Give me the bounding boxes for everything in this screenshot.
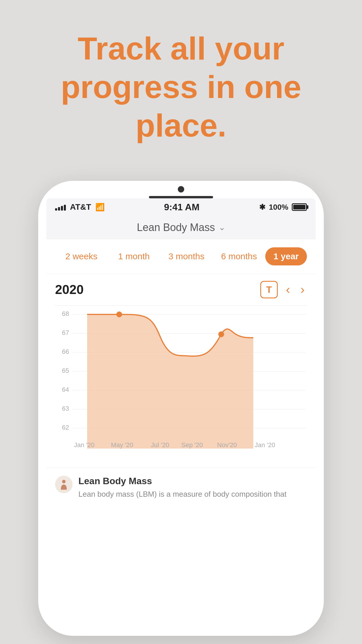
- tab-6months[interactable]: 6 months: [213, 249, 265, 264]
- app-header[interactable]: Lean Body Mass ⌄: [46, 216, 316, 239]
- chart-controls: T ‹ ›: [260, 281, 307, 298]
- app-header-title-row: Lean Body Mass ⌄: [137, 221, 225, 234]
- battery-pct-label: 100%: [269, 203, 289, 212]
- svg-text:Sep '20: Sep '20: [181, 441, 203, 449]
- status-time: 9:41 AM: [164, 202, 200, 213]
- signal-bar-2: [58, 207, 60, 211]
- signal-bars-icon: [55, 204, 66, 211]
- svg-text:64: 64: [62, 386, 69, 393]
- signal-bar-1: [55, 208, 57, 211]
- chart-point-1: [116, 312, 122, 317]
- lbm-info-desc: Lean body mass (LBM) is a measure of bod…: [78, 489, 307, 499]
- phone-notch: [38, 181, 324, 198]
- chart-prev-button[interactable]: ‹: [284, 283, 292, 297]
- svg-point-20: [62, 480, 66, 483]
- tab-2weeks[interactable]: 2 weeks: [55, 249, 108, 264]
- svg-text:62: 62: [62, 424, 69, 431]
- chart-fill: [87, 314, 253, 449]
- chart-container: 68 67 66 65 64 63 62: [46, 302, 316, 467]
- battery-fill: [293, 205, 305, 209]
- svg-text:May '20: May '20: [111, 441, 133, 449]
- bluetooth-icon: ✱: [259, 203, 266, 212]
- status-bar: AT&T 📶 9:41 AM ✱ 100%: [46, 198, 316, 216]
- signal-bar-3: [61, 206, 63, 211]
- signal-bar-4: [64, 205, 66, 211]
- status-left: AT&T 📶: [55, 202, 105, 212]
- home-bar: [149, 196, 213, 198]
- tab-3months[interactable]: 3 months: [160, 249, 213, 264]
- tab-1month[interactable]: 1 month: [108, 249, 160, 264]
- lbm-body-icon: [59, 479, 69, 490]
- lbm-info-title: Lean Body Mass: [78, 476, 307, 487]
- svg-text:Jan '20: Jan '20: [255, 441, 275, 449]
- svg-text:Nov'20: Nov'20: [217, 441, 237, 449]
- chart-svg: 68 67 66 65 64 63 62: [55, 309, 307, 461]
- svg-text:65: 65: [62, 367, 69, 374]
- status-right: ✱ 100%: [259, 203, 307, 212]
- chart-next-button[interactable]: ›: [298, 283, 307, 297]
- svg-text:Jan '20: Jan '20: [74, 441, 94, 449]
- svg-text:63: 63: [62, 405, 69, 412]
- battery-box: [292, 203, 307, 211]
- chevron-down-icon: ⌄: [219, 223, 225, 232]
- chart-graph: 68 67 66 65 64 63 62: [55, 309, 309, 460]
- svg-text:67: 67: [62, 329, 69, 336]
- wifi-icon: 📶: [95, 203, 105, 212]
- bottom-info: Lean Body Mass Lean body mass (LBM) is a…: [46, 467, 316, 505]
- chart-point-2: [218, 331, 224, 337]
- chart-year-label: 2020: [55, 282, 84, 297]
- chart-divider: [55, 305, 307, 306]
- camera-dot: [178, 186, 184, 192]
- svg-text:68: 68: [62, 310, 69, 317]
- carrier-label: AT&T: [70, 202, 91, 212]
- time-range-bar: 2 weeks 1 month 3 months 6 months 1 year: [46, 239, 316, 274]
- svg-text:66: 66: [62, 348, 69, 355]
- bottom-info-text: Lean Body Mass Lean body mass (LBM) is a…: [78, 476, 307, 499]
- lbm-icon: [55, 476, 73, 493]
- hero-title: Track all your progress in one place.: [0, 29, 362, 145]
- tab-1year[interactable]: 1 year: [265, 247, 307, 265]
- svg-text:Jul '20: Jul '20: [151, 441, 169, 449]
- metric-title: Lean Body Mass: [137, 221, 215, 234]
- battery-indicator: [292, 203, 307, 211]
- phone-frame: AT&T 📶 9:41 AM ✱ 100% Lean Body Mass ⌄: [38, 181, 324, 636]
- chart-t-button[interactable]: T: [260, 281, 278, 298]
- phone-screen: AT&T 📶 9:41 AM ✱ 100% Lean Body Mass ⌄: [46, 198, 316, 505]
- chart-header: 2020 T ‹ ›: [46, 274, 316, 302]
